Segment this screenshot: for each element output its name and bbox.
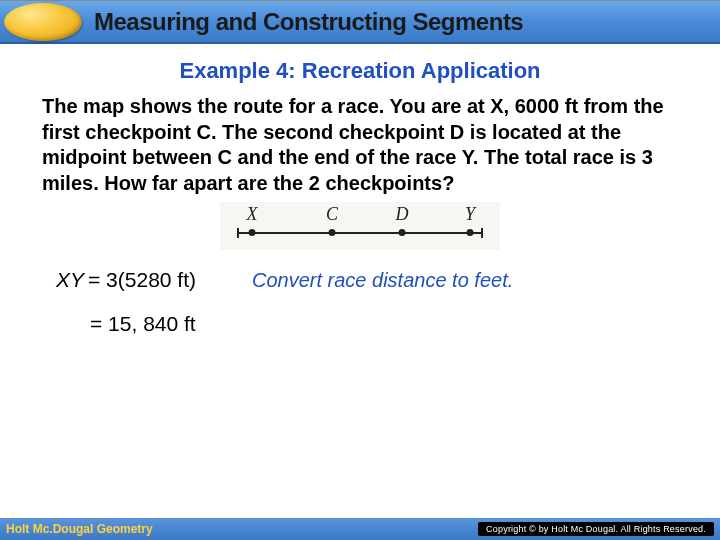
point-label-x: X xyxy=(247,204,258,225)
point-label-y: Y xyxy=(465,204,475,225)
number-line xyxy=(238,232,482,234)
chapter-title: Measuring and Constructing Segments xyxy=(94,8,523,36)
equation-rhs: = 3(5280 ft) xyxy=(88,268,196,292)
header-bar: Measuring and Constructing Segments xyxy=(0,0,720,44)
work-line-2: = 15, 840 ft xyxy=(0,312,720,336)
header-ellipse-logo xyxy=(4,3,82,41)
footer-bar: Holt Mc.Dougal Geometry Copyright © by H… xyxy=(0,518,720,540)
example-title: Example 4: Recreation Application xyxy=(0,58,720,84)
copyright-notice: Copyright © by Holt Mc Dougal. All Right… xyxy=(478,522,714,536)
segment-diagram: X C D Y xyxy=(0,202,720,250)
problem-statement: The map shows the route for a race. You … xyxy=(0,94,720,196)
point-label-c: C xyxy=(326,204,338,225)
step-explanation: Convert race distance to feet. xyxy=(252,269,513,292)
work-line-1: XY = 3(5280 ft) Convert race distance to… xyxy=(0,268,720,292)
point-label-d: D xyxy=(396,204,409,225)
textbook-name: Holt Mc.Dougal Geometry xyxy=(6,522,153,536)
equation-lhs: XY xyxy=(56,268,84,292)
